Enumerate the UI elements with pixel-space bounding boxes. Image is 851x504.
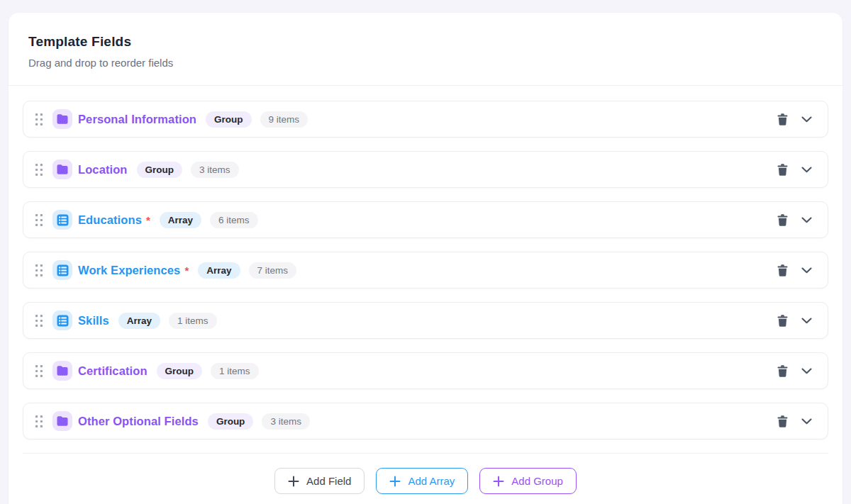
delete-button[interactable] xyxy=(774,111,791,128)
required-asterisk: * xyxy=(184,264,189,276)
table-list-icon xyxy=(52,260,72,280)
delete-button[interactable] xyxy=(774,413,791,430)
type-badge: Array xyxy=(118,313,160,329)
field-row-location[interactable]: Location Group 3 items xyxy=(23,151,828,188)
required-asterisk: * xyxy=(146,214,150,226)
chevron-down-icon xyxy=(801,318,812,324)
plus-icon xyxy=(493,476,504,487)
expand-button[interactable] xyxy=(799,164,815,176)
type-badge: Group xyxy=(157,363,203,379)
folder-icon xyxy=(52,361,72,381)
field-row-certification[interactable]: Certification Group 1 items xyxy=(23,352,828,389)
chevron-down-icon xyxy=(801,116,812,123)
delete-button[interactable] xyxy=(774,312,791,330)
items-count-badge: 1 items xyxy=(211,363,259,379)
add-field-label: Add Field xyxy=(306,475,351,487)
drag-handle-icon[interactable] xyxy=(34,263,45,278)
add-group-label: Add Group xyxy=(511,475,563,487)
folder-icon xyxy=(52,411,72,431)
delete-button[interactable] xyxy=(774,262,791,279)
expand-button[interactable] xyxy=(799,113,815,125)
trash-icon xyxy=(777,365,788,377)
expand-button[interactable] xyxy=(799,415,815,427)
expand-button[interactable] xyxy=(799,264,815,276)
table-list-icon xyxy=(52,310,72,330)
delete-button[interactable] xyxy=(774,211,791,229)
type-badge: Group xyxy=(206,111,252,128)
chevron-down-icon xyxy=(801,167,812,173)
trash-icon xyxy=(777,164,788,176)
field-row-personal-information[interactable]: Personal Information Group 9 items xyxy=(23,101,828,138)
field-label: Educations xyxy=(78,213,142,227)
chevron-down-icon xyxy=(801,418,812,425)
field-label: Other Optional Fields xyxy=(78,415,199,428)
card-header: Template Fields Drag and drop to reorder… xyxy=(9,13,842,86)
field-row-skills[interactable]: Skills Array 1 items xyxy=(23,302,828,339)
trash-icon xyxy=(777,214,788,226)
page-title: Template Fields xyxy=(28,34,823,50)
folder-icon xyxy=(52,109,72,129)
trash-icon xyxy=(777,415,788,427)
page-subtitle: Drag and drop to reorder fields xyxy=(28,57,823,69)
field-label: Personal Information xyxy=(78,113,196,126)
drag-handle-icon[interactable] xyxy=(34,414,45,429)
add-field-button[interactable]: Add Field xyxy=(274,468,365,494)
items-count-badge: 1 items xyxy=(169,313,217,329)
items-count-badge: 3 items xyxy=(191,162,239,178)
trash-icon xyxy=(777,315,788,327)
add-group-button[interactable]: Add Group xyxy=(479,468,577,494)
items-count-badge: 9 items xyxy=(260,111,308,128)
drag-handle-icon[interactable] xyxy=(34,313,45,328)
chevron-down-icon xyxy=(801,368,812,374)
drag-handle-icon[interactable] xyxy=(34,364,45,379)
type-badge: Group xyxy=(208,413,254,430)
footer-actions: Add Field Add Array Add Group xyxy=(23,453,828,504)
trash-icon xyxy=(777,113,788,125)
field-label: Work Experiences xyxy=(78,264,180,277)
delete-button[interactable] xyxy=(774,362,791,380)
drag-handle-icon[interactable] xyxy=(34,112,45,127)
table-list-icon xyxy=(52,210,72,230)
trash-icon xyxy=(777,264,788,276)
chevron-down-icon xyxy=(801,267,812,274)
chevron-down-icon xyxy=(801,217,812,223)
items-count-badge: 7 items xyxy=(249,262,297,279)
folder-icon xyxy=(52,159,72,179)
expand-button[interactable] xyxy=(799,365,815,377)
plus-icon xyxy=(288,476,299,487)
type-badge: Group xyxy=(137,162,183,178)
drag-handle-icon[interactable] xyxy=(34,162,45,177)
template-fields-card: Template Fields Drag and drop to reorder… xyxy=(9,13,842,504)
field-row-work-experiences[interactable]: Work Experiences * Array 7 items xyxy=(23,252,828,289)
add-array-label: Add Array xyxy=(408,475,455,487)
plus-icon xyxy=(389,476,401,487)
items-count-badge: 3 items xyxy=(262,413,310,430)
field-label: Location xyxy=(78,163,128,177)
fields-list: Personal Information Group 9 items Locat… xyxy=(9,86,842,439)
field-row-other-optional-fields[interactable]: Other Optional Fields Group 3 items xyxy=(23,403,828,439)
items-count-badge: 6 items xyxy=(210,212,258,228)
add-array-button[interactable]: Add Array xyxy=(376,468,468,494)
expand-button[interactable] xyxy=(799,214,815,226)
field-label: Certification xyxy=(78,364,148,378)
type-badge: Array xyxy=(160,212,201,228)
expand-button[interactable] xyxy=(799,315,815,327)
delete-button[interactable] xyxy=(774,161,791,179)
drag-handle-icon[interactable] xyxy=(34,213,45,228)
field-row-educations[interactable]: Educations * Array 6 items xyxy=(23,201,828,238)
type-badge: Array xyxy=(198,262,240,279)
field-label: Skills xyxy=(78,314,109,327)
